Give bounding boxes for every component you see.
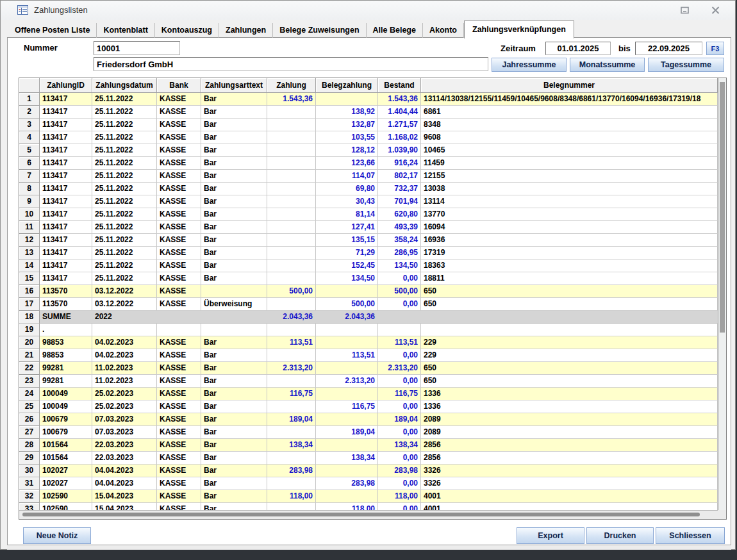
cell-bestand[interactable]	[378, 311, 421, 324]
row-selector[interactable]: 12	[19, 234, 40, 247]
cell-zahlung[interactable]: 116,75	[267, 388, 316, 400]
column-header-belegnummer[interactable]: Belegnummer	[421, 78, 718, 93]
cell-art[interactable]: Bar	[201, 221, 267, 234]
cell-zahlungid[interactable]: 102027	[40, 465, 92, 477]
cell-belegzahlung[interactable]: 113,51	[316, 349, 378, 362]
cell-belegzahlung[interactable]	[316, 388, 378, 400]
cell-bank[interactable]: KASSE	[157, 452, 201, 465]
cell-bestand[interactable]: 189,04	[378, 413, 421, 426]
cell-belegnummer[interactable]: 1336	[421, 388, 718, 400]
cell-bank[interactable]: KASSE	[157, 362, 201, 375]
cell-zahlungid[interactable]: 102027	[40, 477, 92, 490]
cell-art[interactable]: Bar	[201, 247, 267, 259]
cell-bestand[interactable]: 0,00	[378, 477, 421, 490]
cell-bank[interactable]: KASSE	[157, 106, 201, 119]
cell-belegzahlung[interactable]	[316, 324, 378, 336]
cell-art[interactable]: Überweisung	[201, 298, 267, 311]
cell-datum[interactable]: 04.04.2023	[92, 477, 157, 490]
cell-belegzahlung[interactable]: 123,66	[316, 157, 378, 170]
cell-art[interactable]: Bar	[201, 362, 267, 375]
cell-bank[interactable]: KASSE	[157, 375, 201, 388]
row-selector[interactable]: 21	[19, 349, 40, 362]
cell-datum[interactable]: 11.02.2023	[92, 375, 157, 388]
cell-bestand[interactable]: 701,94	[378, 195, 421, 208]
cell-bestand[interactable]: 1.404,44	[378, 106, 421, 119]
cell-bank[interactable]: KASSE	[157, 349, 201, 362]
cell-datum[interactable]: 04.04.2023	[92, 465, 157, 477]
cell-art[interactable]: Bar	[201, 413, 267, 426]
cell-bestand[interactable]: 0,00	[378, 272, 421, 285]
row-selector-header[interactable]	[19, 78, 40, 93]
cell-datum[interactable]: 04.02.2023	[92, 336, 157, 349]
cell-datum[interactable]: 03.12.2022	[92, 298, 157, 311]
row-selector[interactable]: 29	[19, 452, 40, 465]
cell-art[interactable]	[201, 311, 267, 324]
tab-zahlungen[interactable]: Zahlungen	[219, 23, 273, 38]
cell-art[interactable]: Bar	[201, 465, 267, 477]
cell-belegnummer[interactable]: 9608	[421, 131, 718, 144]
cell-bestand[interactable]: 0,00	[378, 375, 421, 388]
cell-datum[interactable]: 03.12.2022	[92, 285, 157, 298]
cell-datum[interactable]: 07.03.2023	[92, 413, 157, 426]
cell-zahlungid[interactable]: 113417	[40, 208, 92, 221]
cell-datum[interactable]: 25.11.2022	[92, 119, 157, 131]
cell-belegzahlung[interactable]: 128,12	[316, 144, 378, 157]
cell-bank[interactable]: KASSE	[157, 426, 201, 439]
nummer-input[interactable]	[94, 41, 180, 55]
cell-bank[interactable]: KASSE	[157, 183, 201, 195]
cell-art[interactable]: Bar	[201, 388, 267, 400]
cell-zahlung[interactable]	[267, 298, 316, 311]
cell-art[interactable]: Bar	[201, 336, 267, 349]
cell-art[interactable]: Bar	[201, 183, 267, 195]
cell-belegnummer[interactable]: 2856	[421, 439, 718, 452]
cell-zahlung[interactable]	[267, 119, 316, 131]
cell-datum[interactable]: 25.11.2022	[92, 183, 157, 195]
cell-belegnummer[interactable]: 2089	[421, 426, 718, 439]
cell-bestand[interactable]: 358,24	[378, 234, 421, 247]
cell-zahlungid[interactable]: 99281	[40, 375, 92, 388]
cell-zahlung[interactable]	[267, 272, 316, 285]
cell-zahlung[interactable]	[267, 477, 316, 490]
cell-belegzahlung[interactable]	[316, 336, 378, 349]
cell-zahlungid[interactable]: 100049	[40, 400, 92, 413]
cell-zahlungid[interactable]: 100679	[40, 413, 92, 426]
cell-art[interactable]: Bar	[201, 144, 267, 157]
cell-zahlungid[interactable]: 113417	[40, 170, 92, 183]
row-selector[interactable]: 6	[19, 157, 40, 170]
cell-datum[interactable]: 11.02.2023	[92, 362, 157, 375]
row-selector[interactable]: 28	[19, 439, 40, 452]
cell-zahlung[interactable]: 138,34	[267, 439, 316, 452]
row-selector[interactable]: 11	[19, 221, 40, 234]
cell-datum[interactable]: 2022	[92, 311, 157, 324]
row-selector[interactable]: 22	[19, 362, 40, 375]
column-header-zahlungsarttext[interactable]: Zahlungsarttext	[201, 78, 267, 93]
cell-zahlungid[interactable]: 113417	[40, 93, 92, 106]
cell-bestand[interactable]: 493,39	[378, 221, 421, 234]
cell-belegzahlung[interactable]	[316, 93, 378, 106]
cell-bestand[interactable]: 0,00	[378, 400, 421, 413]
cell-art[interactable]: Bar	[201, 477, 267, 490]
cell-bestand[interactable]: 1.543,36	[378, 93, 421, 106]
row-selector[interactable]: 27	[19, 426, 40, 439]
cell-bank[interactable]: KASSE	[157, 272, 201, 285]
tagessumme-button[interactable]: Tagessumme	[648, 58, 724, 72]
neue-notiz-button[interactable]: Neue Notiz	[23, 527, 91, 544]
cell-belegzahlung[interactable]: 152,45	[316, 259, 378, 272]
vertical-scrollbar[interactable]	[718, 78, 726, 510]
cell-datum[interactable]: 25.11.2022	[92, 157, 157, 170]
cell-belegnummer[interactable]: 12155	[421, 170, 718, 183]
cell-zahlung[interactable]: 2.043,36	[267, 311, 316, 324]
cell-datum[interactable]: 25.11.2022	[92, 208, 157, 221]
cell-zahlung[interactable]	[267, 106, 316, 119]
row-selector[interactable]: 4	[19, 131, 40, 144]
cell-art[interactable]: Bar	[201, 272, 267, 285]
cell-bank[interactable]: KASSE	[157, 221, 201, 234]
cell-belegnummer[interactable]: 16936	[421, 234, 718, 247]
cell-bestand[interactable]: 286,95	[378, 247, 421, 259]
cell-belegnummer[interactable]	[421, 311, 718, 324]
cell-zahlungid[interactable]: 113417	[40, 183, 92, 195]
cell-belegzahlung[interactable]: 116,75	[316, 400, 378, 413]
cell-belegnummer[interactable]: 13114/13038/12155/11459/10465/9608/8348/…	[421, 93, 718, 106]
tab-akonto[interactable]: Akonto	[423, 23, 464, 38]
row-selector[interactable]: 19	[19, 324, 40, 336]
